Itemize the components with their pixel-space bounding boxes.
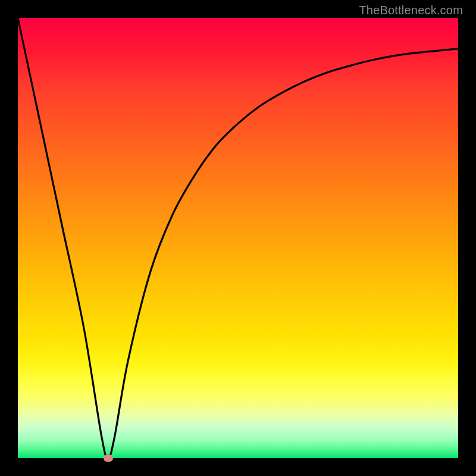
chart-frame: TheBottleneck.com [0, 0, 476, 476]
bottleneck-curve-svg [18, 18, 458, 458]
optimal-point-marker [104, 455, 113, 462]
bottleneck-curve [18, 18, 458, 458]
watermark-text: TheBottleneck.com [359, 4, 463, 17]
plot-area [18, 18, 458, 458]
